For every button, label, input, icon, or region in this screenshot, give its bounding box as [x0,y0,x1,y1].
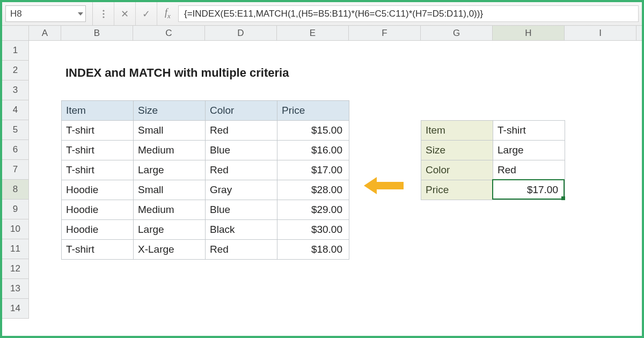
formula-input[interactable]: {=INDEX(E5:E11,MATCH(1,(H5=B5:B11)*(H6=C… [178,5,639,22]
col-header-D[interactable]: D [205,26,277,40]
page-title: INDEX and MATCH with multiple criteria [65,66,289,80]
cell[interactable]: Medium [134,200,206,220]
name-box-value: H8 [10,9,22,19]
table-row: T-shirtSmallRed$15.00 [62,121,349,141]
table-header-row: Item Size Color Price [62,101,349,121]
table-row: HoodieMediumBlue$29.00 [62,200,349,220]
col-header-C[interactable]: C [133,26,205,40]
cell[interactable]: X-Large [134,240,206,260]
row-header-1[interactable]: 1 [2,41,28,61]
row-header-12[interactable]: 12 [2,259,28,279]
cell[interactable]: $16.00 [277,141,349,160]
lookup-row: ColorRed [421,160,565,180]
row-header-3[interactable]: 3 [2,80,28,100]
column-headers: ABCDEFGHI [29,26,642,41]
cell[interactable]: T-shirt [62,141,134,160]
cell[interactable]: $28.00 [277,180,349,200]
table-row: HoodieLargeBlack$30.00 [62,220,349,240]
row-header-8[interactable]: 8 [2,180,28,200]
svg-marker-3 [364,177,404,194]
row-header-7[interactable]: 7 [2,160,28,180]
row-header-5[interactable]: 5 [2,120,28,140]
row-header-2[interactable]: 2 [2,61,28,80]
fx-icon[interactable]: fx [157,2,178,25]
chevron-down-icon[interactable] [78,12,83,16]
accept-check-icon[interactable]: ✓ [135,2,157,25]
row-headers: 1234567891011121314 [2,41,29,319]
row-header-10[interactable]: 10 [2,219,28,239]
cells-area[interactable]: INDEX and MATCH with multiple criteria I… [29,41,642,336]
goto-special-dots-icon[interactable] [92,2,114,25]
cell[interactable]: $29.00 [277,200,349,220]
header-item[interactable]: Item [62,101,134,121]
cell[interactable]: Red [206,160,277,180]
lookup-label[interactable]: Size [421,141,493,160]
col-header-I[interactable]: I [565,26,636,40]
formula-bar-row: H8 ✕ ✓ fx {=INDEX(E5:E11,MATCH(1,(H5=B5:… [2,2,642,26]
cell[interactable]: $17.00 [277,160,349,180]
row-header-14[interactable]: 14 [2,299,28,319]
lookup-label[interactable]: Item [421,121,493,141]
cell[interactable]: $18.00 [277,240,349,260]
col-header-E[interactable]: E [277,26,349,40]
col-header-B[interactable]: B [61,26,133,40]
cell[interactable]: $15.00 [277,121,349,141]
cell[interactable]: Gray [206,180,277,200]
cell[interactable]: Medium [134,141,206,160]
col-header-G[interactable]: G [421,26,493,40]
col-header-H[interactable]: H [493,26,565,40]
table-row: T-shirtX-LargeRed$18.00 [62,240,349,260]
formula-text: {=INDEX(E5:E11,MATCH(1,(H5=B5:B11)*(H6=C… [184,9,483,19]
row-header-11[interactable]: 11 [2,239,28,259]
row-header-6[interactable]: 6 [2,140,28,160]
lookup-value[interactable]: Large [493,141,565,160]
cell[interactable]: Small [134,121,206,141]
cell[interactable]: Red [206,240,277,260]
row-header-9[interactable]: 9 [2,200,28,219]
app-frame: H8 ✕ ✓ fx {=INDEX(E5:E11,MATCH(1,(H5=B5:… [0,0,644,338]
cell[interactable]: $30.00 [277,220,349,240]
cell[interactable]: Blue [206,141,277,160]
svg-point-1 [103,13,104,14]
lookup-table: ItemT-shirtSizeLargeColorRedPrice$17.00 [421,120,565,200]
lookup-row: SizeLarge [421,141,565,160]
cell[interactable]: Large [134,160,206,180]
cell[interactable]: Hoodie [62,180,134,200]
cell[interactable]: Black [206,220,277,240]
cell[interactable]: Red [206,121,277,141]
cell[interactable]: Small [134,180,206,200]
table-row: HoodieSmallGray$28.00 [62,180,349,200]
svg-point-0 [103,10,104,11]
header-color[interactable]: Color [206,101,277,121]
cell[interactable]: Blue [206,200,277,220]
header-price[interactable]: Price [277,101,349,121]
lookup-row: ItemT-shirt [421,121,565,141]
lookup-value[interactable]: T-shirt [493,121,565,141]
table-row: T-shirtLargeRed$17.00 [62,160,349,180]
header-size[interactable]: Size [134,101,206,121]
cell[interactable]: Large [134,220,206,240]
cell[interactable]: T-shirt [62,121,134,141]
lookup-label[interactable]: Price [421,180,493,200]
data-table: Item Size Color Price T-shirtSmallRed$15… [61,100,349,260]
spreadsheet-grid[interactable]: ABCDEFGHI 1234567891011121314 INDEX and … [2,26,642,336]
col-header-A[interactable]: A [29,26,61,40]
table-row: T-shirtMediumBlue$16.00 [62,141,349,160]
arrow-left-icon [364,176,404,198]
lookup-row: Price$17.00 [421,180,565,200]
cell[interactable]: T-shirt [62,160,134,180]
cell[interactable]: Hoodie [62,200,134,220]
col-header-F[interactable]: F [349,26,421,40]
row-header-13[interactable]: 13 [2,279,28,299]
cell[interactable]: T-shirt [62,240,134,260]
lookup-value[interactable]: $17.00 [493,180,565,200]
name-box[interactable]: H8 [5,5,86,22]
lookup-label[interactable]: Color [421,160,493,180]
select-all-corner[interactable] [2,26,29,41]
cell[interactable]: Hoodie [62,220,134,240]
svg-point-2 [103,16,104,18]
row-header-4[interactable]: 4 [2,100,28,120]
lookup-value[interactable]: Red [493,160,565,180]
cancel-icon[interactable]: ✕ [114,2,135,25]
